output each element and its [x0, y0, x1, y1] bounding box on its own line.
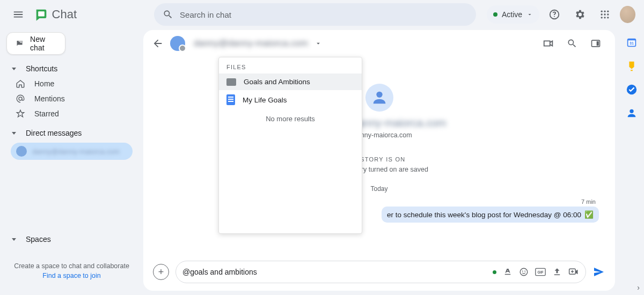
svg-rect-12 — [597, 41, 599, 46]
dm-section[interactable]: Direct messages — [6, 126, 137, 141]
send-button[interactable] — [592, 266, 605, 278]
presence-status-chip[interactable]: Active — [487, 5, 539, 24]
back-button[interactable] — [152, 38, 164, 49]
caret-down-icon — [12, 68, 16, 70]
product-name: Chat — [52, 8, 77, 21]
popover-item-folder[interactable]: Goals and Ambitions — [219, 73, 362, 90]
rail-keep-button[interactable] — [626, 60, 638, 72]
gif-button[interactable]: GIF — [535, 268, 546, 276]
presence-dot-icon — [493, 12, 497, 17]
message-text: er to schedule this week's blog post for… — [387, 211, 581, 219]
popover-section-label: FILES — [219, 57, 362, 73]
spaces-label: Spaces — [26, 235, 51, 244]
spaces-section[interactable]: Spaces — [6, 232, 137, 247]
popover-no-more: No more results — [219, 109, 362, 126]
nav-home-label: Home — [34, 79, 54, 88]
video-upload-button[interactable] — [568, 267, 579, 277]
mention-popover: FILES Goals and Ambitions My Life Goals … — [218, 57, 362, 234]
message-input-text: @goals and ambitions — [182, 268, 257, 276]
svg-point-2 — [601, 11, 602, 12]
svg-point-3 — [604, 11, 605, 12]
settings-button[interactable] — [570, 4, 590, 25]
search-placeholder: Search in chat — [180, 10, 231, 19]
svg-text:GIF: GIF — [537, 270, 543, 274]
side-panel-button[interactable] — [585, 33, 606, 54]
main-menu-button[interactable] — [9, 4, 28, 25]
rail-calendar-button[interactable]: 31 — [626, 36, 638, 48]
home-icon — [15, 79, 26, 88]
at-icon — [15, 94, 26, 104]
svg-point-24 — [630, 109, 633, 113]
nav-mentions-label: Mentions — [34, 94, 65, 103]
star-icon — [15, 109, 26, 119]
message-bubble[interactable]: er to schedule this week's blog post for… — [382, 206, 599, 223]
checkmark-icon: ✅ — [584, 210, 594, 219]
conversation-avatar-icon — [365, 84, 393, 112]
folder-icon — [226, 78, 236, 86]
popover-item-label: Goals and Ambitions — [244, 78, 310, 86]
emoji-button[interactable] — [519, 267, 529, 277]
help-button[interactable] — [545, 4, 565, 25]
product-logo: Chat — [34, 7, 77, 22]
svg-point-4 — [607, 11, 609, 12]
nav-home[interactable]: Home — [6, 76, 137, 91]
new-chat-button[interactable]: New chat — [6, 32, 65, 55]
date-divider: Today — [370, 185, 387, 193]
peer-menu-button[interactable] — [314, 40, 322, 47]
peer-name: danny@danny-maiorca.com — [194, 38, 308, 49]
svg-point-5 — [601, 13, 602, 15]
svg-point-9 — [604, 17, 605, 18]
account-avatar[interactable] — [620, 6, 635, 23]
chevron-down-icon — [526, 11, 533, 18]
video-call-button[interactable] — [538, 33, 559, 54]
dm-item-active[interactable]: danny@danny-maiorca.com — [11, 143, 133, 160]
shortcuts-label: Shortcuts — [26, 64, 57, 73]
dm-item-label: danny@danny-maiorca.com — [32, 148, 120, 156]
svg-point-6 — [604, 13, 605, 15]
apps-grid-icon — [599, 9, 610, 20]
svg-point-14 — [520, 268, 528, 276]
svg-point-7 — [607, 13, 609, 15]
caret-down-icon — [12, 238, 16, 241]
find-space-link[interactable]: Find a space to join — [11, 271, 133, 281]
side-panel-collapse-button[interactable]: › — [637, 283, 640, 292]
nav-starred-label: Starred — [34, 109, 59, 118]
svg-text:31: 31 — [630, 41, 634, 46]
dm-avatar-icon — [16, 146, 27, 157]
shortcuts-section[interactable]: Shortcuts — [6, 61, 137, 76]
spaces-help-text: Create a space to chat and collaborate — [11, 261, 133, 271]
format-button[interactable] — [503, 267, 513, 277]
search-input[interactable]: Search in chat — [154, 3, 476, 26]
popover-item-doc[interactable]: My Life Goals — [219, 90, 362, 109]
upload-button[interactable] — [552, 267, 562, 277]
gear-icon — [574, 9, 586, 20]
nav-mentions[interactable]: Mentions — [6, 91, 137, 106]
svg-rect-0 — [38, 11, 45, 16]
presence-dot-icon — [493, 270, 496, 274]
message-input[interactable]: @goals and ambitions GIF — [175, 261, 586, 283]
search-icon — [163, 9, 173, 20]
message-time: 7 min — [581, 198, 599, 205]
svg-point-15 — [522, 271, 523, 272]
svg-point-10 — [607, 17, 609, 18]
peer-avatar-icon — [170, 36, 185, 51]
apps-launcher-button[interactable] — [595, 4, 614, 25]
document-icon — [226, 94, 235, 105]
svg-point-8 — [601, 17, 602, 18]
dm-label: Direct messages — [26, 129, 82, 137]
svg-point-16 — [524, 271, 525, 272]
svg-point-13 — [376, 92, 382, 98]
rail-contacts-button[interactable] — [626, 107, 638, 119]
nav-starred[interactable]: Starred — [6, 106, 137, 121]
caret-down-icon — [12, 132, 16, 135]
popover-item-label: My Life Goals — [243, 96, 287, 104]
presence-label: Active — [502, 10, 522, 19]
new-chat-icon — [16, 39, 24, 48]
new-chat-label: New chat — [30, 35, 56, 52]
add-attachment-button[interactable]: + — [153, 264, 169, 280]
search-in-chat-button[interactable] — [561, 33, 583, 54]
rail-tasks-button[interactable] — [626, 84, 638, 95]
